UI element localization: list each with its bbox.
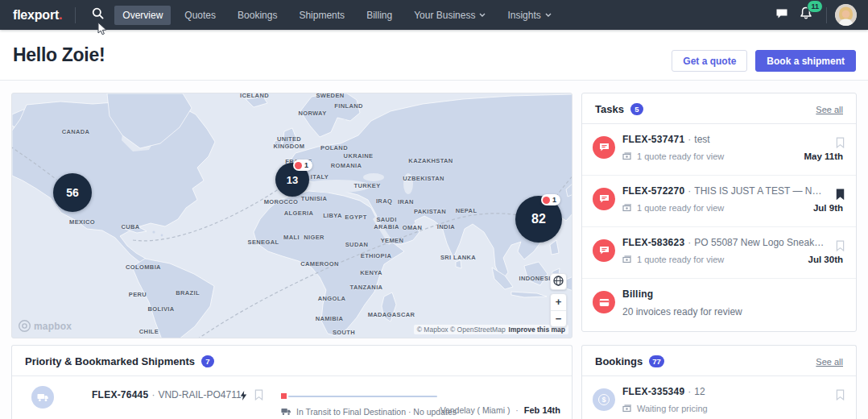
billing-row[interactable]: Billing 20 invoices ready for review (582, 279, 856, 330)
chat-icon (775, 8, 788, 23)
exception-alert-badge[interactable]: 1 (541, 194, 560, 205)
quote-icon (622, 152, 632, 160)
zoom-out-button[interactable]: − (551, 311, 566, 327)
task-subtitle: 1 quote ready for view (637, 255, 724, 264)
task-due-date: Jul 9th (813, 203, 843, 213)
task-subtitle: 1 quote ready for view (637, 151, 724, 161)
search-button[interactable] (87, 5, 108, 26)
bookings-title: Bookings (595, 355, 643, 367)
priority-shipments-panel: Priority & Bookmarked Shipments 7 FLEX-7… (11, 345, 572, 419)
message-avatar (593, 239, 615, 262)
task-subtitle: 1 quote ready for view (637, 203, 724, 213)
billing-subtitle: 20 invoices ready for review (622, 306, 742, 317)
top-nav: flexport. Overview Quotes Bookings Shipm… (0, 0, 868, 30)
task-row[interactable]: FLEX-537471·test 1 quote ready for view … (582, 124, 856, 176)
search-icon (92, 7, 104, 23)
alert-count: 1 (552, 196, 556, 204)
messages-button[interactable] (770, 3, 794, 27)
quote-icon (622, 404, 632, 413)
priority-title: Priority & Bookmarked Shipments (25, 355, 195, 367)
nav-menu: Overview Quotes Bookings Shipments Billi… (114, 6, 564, 25)
alert-dot-icon (543, 197, 550, 204)
task-row[interactable]: FLEX-583623·PO 55087 New Logo Sneakers 1… (582, 227, 856, 279)
billing-avatar (593, 291, 615, 313)
attribution-text: © Mapbox © OpenStreetMap (417, 326, 506, 334)
nav-item-insights[interactable]: Insights (499, 6, 559, 25)
globe-icon (553, 275, 564, 289)
bookmark-icon[interactable] (836, 240, 845, 255)
bookings-header: Bookings 77 See all (582, 346, 856, 376)
world-map (12, 93, 572, 338)
mapbox-wordmark: mapbox (34, 321, 72, 332)
nav-divider (75, 7, 76, 23)
nav-item-billing[interactable]: Billing (358, 6, 400, 25)
bookings-see-all-link[interactable]: See all (816, 357, 843, 367)
tasks-count-badge: 5 (630, 103, 643, 115)
bookings-count-badge: 77 (649, 355, 664, 367)
nav-right: 11 (770, 3, 857, 27)
billing-title: Billing (622, 288, 653, 300)
bookmark-icon[interactable] (836, 189, 845, 203)
chat-bubble-icon (599, 194, 610, 204)
booking-subtitle: Waiting for pricing (637, 404, 708, 413)
bookmark-icon[interactable] (836, 389, 845, 404)
app-logo[interactable]: flexport. (13, 8, 62, 23)
chat-bubble-icon (599, 246, 610, 255)
shipment-date: Feb 14th (524, 405, 560, 415)
priority-lightning-icon[interactable] (240, 389, 247, 404)
task-id: FLEX-537471 (622, 134, 684, 145)
bookmark-icon[interactable] (836, 137, 845, 151)
shipment-ref: VND-RAIL-PO4711 (158, 389, 241, 400)
page-header: Hello Zoie! Get a quote Book a shipment (0, 30, 868, 81)
mapbox-icon (19, 320, 31, 332)
nav-item-your-business[interactable]: Your Business (406, 6, 494, 25)
chevron-down-icon (545, 13, 552, 17)
credit-card-icon (599, 298, 610, 307)
quote-icon (622, 255, 632, 263)
chevron-down-icon (479, 13, 486, 17)
book-shipment-button[interactable]: Book a shipment (755, 50, 856, 72)
shipment-cluster-bubble[interactable]: 56 (53, 173, 92, 212)
shipment-map-panel[interactable]: ICELANDSWEDENFINLANDNORWAYCANADAUNITED K… (11, 93, 572, 338)
booking-avatar: $ (593, 388, 615, 411)
notification-count-badge: 11 (807, 0, 823, 13)
shipment-row[interactable]: FLEX-76445 · VND-RAIL-PO4711 In Transit … (12, 376, 572, 419)
tasks-see-all-link[interactable]: See all (816, 105, 843, 114)
tasks-title: Tasks (595, 103, 624, 115)
shipment-flags (240, 389, 263, 404)
nav-item-overview[interactable]: Overview (114, 6, 171, 25)
task-due-date: May 11th (804, 151, 843, 161)
page-title: Hello Zoie! (13, 44, 105, 66)
tasks-panel: Tasks 5 See all FLEX-537471·test 1 quote… (581, 93, 857, 332)
nav-item-bookings[interactable]: Bookings (229, 6, 285, 25)
quote-icon (622, 204, 632, 212)
tasks-header: Tasks 5 See all (582, 93, 856, 124)
bookings-panel: Bookings 77 See all $ FLEX-335349·12 Wai… (581, 345, 857, 419)
alert-count: 1 (304, 161, 308, 169)
exception-alert-badge[interactable]: 1 (293, 160, 312, 171)
nav-divider (826, 7, 827, 23)
shipment-id: FLEX-76445 (92, 389, 148, 400)
mapbox-logo[interactable]: mapbox (19, 320, 72, 332)
task-title: test (694, 134, 709, 145)
message-avatar (593, 188, 615, 210)
notifications-button[interactable]: 11 (794, 3, 818, 27)
chat-bubble-icon (599, 143, 610, 152)
map-globe-button[interactable] (550, 273, 567, 290)
nav-item-shipments[interactable]: Shipments (291, 6, 353, 25)
booking-row[interactable]: $ FLEX-335349·12 Waiting for pricing (582, 376, 856, 419)
dollar-icon: $ (598, 394, 610, 405)
get-quote-button[interactable]: Get a quote (672, 50, 747, 72)
task-row[interactable]: FLEX-572270·THIS IS JUST A TEST — NOT A … (582, 176, 856, 227)
bookmark-icon[interactable] (254, 389, 263, 404)
message-avatar (593, 136, 615, 159)
zoom-in-button[interactable]: + (551, 294, 566, 311)
alert-dot-icon (295, 162, 302, 169)
progress-track (288, 396, 437, 397)
user-avatar[interactable] (835, 4, 857, 26)
shipment-eta: Vandelay ( Miami ) · Feb 14th (440, 405, 560, 415)
booking-id: FLEX-335349 (622, 386, 684, 397)
nav-item-quotes[interactable]: Quotes (176, 6, 224, 25)
header-actions: Get a quote Book a shipment (672, 50, 856, 72)
priority-header: Priority & Bookmarked Shipments 7 (12, 346, 572, 376)
